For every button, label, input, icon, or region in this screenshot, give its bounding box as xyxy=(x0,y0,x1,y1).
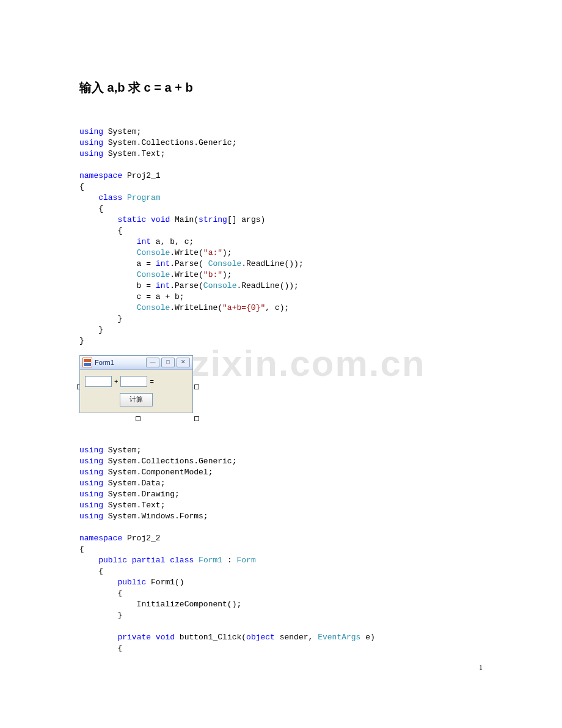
form-app-icon xyxy=(82,358,92,367)
code-line: { xyxy=(79,226,483,237)
code-line: namespace Proj2_1 xyxy=(79,171,483,182)
code-block-2: using System;using System.Collections.Ge… xyxy=(79,445,483,654)
textbox-a[interactable] xyxy=(85,376,112,387)
code-line: } xyxy=(79,336,483,347)
form-titlebar: Form1 — □ ✕ xyxy=(80,356,192,370)
code-line: { xyxy=(79,182,483,193)
code-line: a = int.Parse( Console.ReadLine()); xyxy=(79,259,483,270)
code-line: InitializeComponent(); xyxy=(79,599,483,610)
code-line: static void Main(string[] args) xyxy=(79,215,483,226)
code-line: private void button1_Click(object sender… xyxy=(79,632,483,643)
code-line: { xyxy=(79,566,483,577)
code-line: Console.WriteLine("a+b={0}", c); xyxy=(79,303,483,314)
code-line: { xyxy=(79,643,483,654)
code-line: { xyxy=(79,204,483,215)
code-line: using System.Text; xyxy=(79,500,483,511)
code-line: namespace Proj2_2 xyxy=(79,533,483,544)
code-line: using System; xyxy=(79,445,483,456)
code-line: using System.Text; xyxy=(79,149,483,160)
code-line xyxy=(79,160,483,171)
code-line: c = a + b; xyxy=(79,292,483,303)
form-title-label: Form1 xyxy=(95,359,114,366)
code-line: b = int.Parse(Console.ReadLine()); xyxy=(79,281,483,292)
code-block-1: using System;using System.Collections.Ge… xyxy=(79,127,483,347)
code-line: Console.Write("a:"); xyxy=(79,248,483,259)
maximize-button[interactable]: □ xyxy=(161,358,175,367)
code-line xyxy=(79,621,483,632)
handle-icon xyxy=(194,384,199,389)
code-line: using System.Windows.Forms; xyxy=(79,511,483,522)
code-line xyxy=(79,522,483,533)
code-line: int a, b, c; xyxy=(79,237,483,248)
calc-button[interactable]: 计算 xyxy=(120,393,153,406)
code-line: { xyxy=(79,544,483,555)
handle-icon xyxy=(136,416,140,421)
code-line: public partial class Form1 : Form xyxy=(79,555,483,566)
result-label xyxy=(156,377,187,386)
code-line: } xyxy=(79,610,483,621)
code-line: public Form1() xyxy=(79,577,483,588)
code-line: using System.Drawing; xyxy=(79,489,483,500)
code-line: using System.Collections.Generic; xyxy=(79,138,483,149)
code-line: using System.Collections.Generic; xyxy=(79,456,483,467)
code-line: { xyxy=(79,588,483,599)
plus-label: + xyxy=(114,378,118,385)
handle-icon xyxy=(194,416,199,421)
code-line: Console.Write("b:"); xyxy=(79,270,483,281)
page-number: 1 xyxy=(479,663,483,672)
form-window: Form1 — □ ✕ + = 计算 xyxy=(79,355,193,413)
page-title: 输入 a,b 求 c = a + b xyxy=(79,79,483,96)
code-line: using System; xyxy=(79,127,483,138)
code-line: using System.ComponentModel; xyxy=(79,467,483,478)
code-line: class Program xyxy=(79,193,483,204)
close-button[interactable]: ✕ xyxy=(177,358,190,367)
code-line: using System.Data; xyxy=(79,478,483,489)
textbox-b[interactable] xyxy=(120,376,147,387)
code-line: } xyxy=(79,325,483,336)
equals-label: = xyxy=(150,378,153,385)
code-line: } xyxy=(79,314,483,325)
minimize-button[interactable]: — xyxy=(146,358,159,367)
